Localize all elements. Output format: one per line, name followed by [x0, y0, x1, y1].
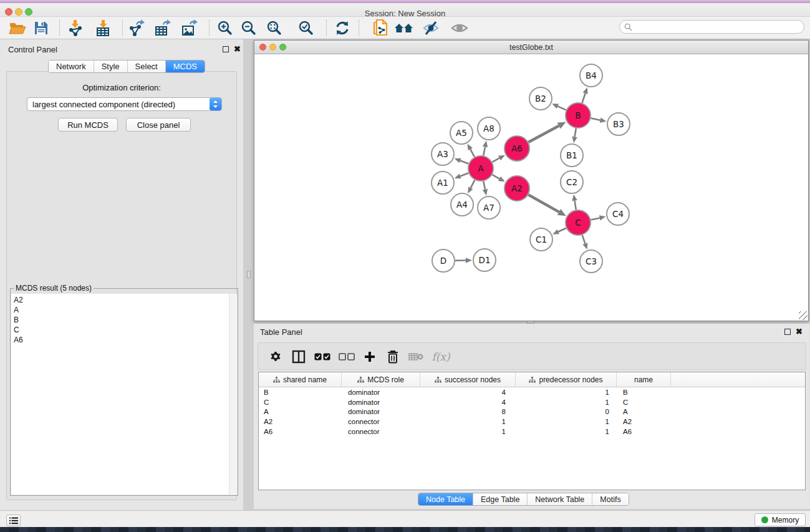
- edge-A-A8[interactable]: [483, 147, 485, 155]
- edge-A-A4[interactable]: [471, 180, 475, 188]
- import-network-icon[interactable]: [65, 19, 85, 37]
- delete-table-icon[interactable]: [407, 347, 425, 366]
- table-row[interactable]: Bdominator41B: [259, 387, 805, 397]
- import-table-icon[interactable]: [94, 19, 113, 37]
- zoom-out-icon[interactable]: [239, 19, 259, 37]
- close-panel-icon[interactable]: ✖: [796, 328, 803, 335]
- settings-gear-icon[interactable]: [266, 347, 285, 366]
- table-cell[interactable]: 8: [420, 408, 516, 415]
- deselect-all-checkboxes-icon[interactable]: [337, 347, 356, 366]
- tab-node-table[interactable]: Node Table: [418, 493, 473, 505]
- zoom-fit-icon[interactable]: [264, 19, 284, 37]
- edge-A2-C[interactable]: [528, 195, 559, 212]
- table-cell[interactable]: 0: [516, 408, 617, 415]
- column-header-predecessor-nodes[interactable]: predecessor nodes: [516, 372, 617, 387]
- column-header-shared-name[interactable]: shared name: [259, 372, 342, 387]
- edge-B-B3[interactable]: [591, 118, 600, 120]
- table-cell[interactable]: connector: [342, 428, 420, 435]
- tab-style[interactable]: Style: [94, 60, 127, 72]
- float-panel-icon[interactable]: [784, 329, 791, 335]
- table-row[interactable]: Cdominator41C: [259, 397, 805, 407]
- tab-edge-table[interactable]: Edge Table: [473, 493, 527, 505]
- network-snapshot-icon[interactable]: [370, 19, 390, 37]
- table-cell[interactable]: 1: [516, 428, 617, 435]
- edge-A-A6[interactable]: [492, 158, 499, 162]
- open-file-icon[interactable]: [7, 19, 27, 37]
- memory-button[interactable]: Memory: [755, 513, 806, 526]
- mcds-result-item[interactable]: B: [11, 315, 228, 325]
- table-row[interactable]: Adominator80A: [259, 407, 805, 417]
- edge-A-A1[interactable]: [460, 173, 468, 176]
- function-builder-icon[interactable]: f(x): [432, 347, 450, 366]
- edge-C-C3[interactable]: [582, 235, 586, 244]
- table-cell[interactable]: B: [617, 389, 671, 396]
- export-image-icon[interactable]: [180, 19, 200, 37]
- edge-B-B2[interactable]: [557, 106, 566, 110]
- column-header-MCDS-role[interactable]: MCDS role: [342, 372, 420, 387]
- table-cell[interactable]: dominator: [342, 389, 420, 396]
- edge-A6-B[interactable]: [528, 126, 559, 142]
- optimization-criterion-dropdown[interactable]: largest connected component (directed): [27, 97, 222, 111]
- export-network-icon[interactable]: [127, 19, 147, 37]
- network-graph-canvas[interactable]: AA1A2A3A4A5A6A7A8BB1B2B3B4CC1C2C3C4DD1: [254, 54, 808, 321]
- select-all-checkboxes-icon[interactable]: [313, 347, 332, 366]
- table-cell[interactable]: A: [617, 408, 671, 415]
- table-cell[interactable]: B: [259, 389, 342, 396]
- window-resize-grip[interactable]: [799, 311, 808, 320]
- zoom-selected-icon[interactable]: [296, 19, 316, 37]
- float-panel-icon[interactable]: [223, 46, 229, 52]
- table-cell[interactable]: A: [259, 408, 342, 415]
- table-cell[interactable]: 4: [420, 399, 516, 406]
- table-cell[interactable]: C: [259, 399, 342, 406]
- table-cell[interactable]: A6: [259, 428, 342, 435]
- table-cell[interactable]: 1: [516, 399, 617, 406]
- table-row[interactable]: A6connector11A6: [259, 427, 805, 437]
- zoom-in-icon[interactable]: [215, 19, 235, 37]
- hide-selected-icon[interactable]: [421, 19, 441, 37]
- edge-A-A5[interactable]: [470, 149, 475, 157]
- mcds-list-scrollbar[interactable]: [229, 294, 237, 495]
- tab-motifs[interactable]: Motifs: [592, 493, 628, 505]
- search-input[interactable]: [632, 21, 804, 32]
- task-history-button[interactable]: [6, 515, 21, 526]
- tab-network[interactable]: Network: [49, 60, 94, 72]
- tab-network-table[interactable]: Network Table: [527, 493, 592, 505]
- table-cell[interactable]: 1: [516, 389, 617, 396]
- mcds-result-list[interactable]: A2ABCA6: [11, 294, 237, 495]
- delete-column-trash-icon[interactable]: [383, 347, 402, 366]
- tab-select[interactable]: Select: [127, 60, 165, 72]
- network-window-titlebar[interactable]: testGlobe.txt: [254, 41, 808, 54]
- close-panel-button[interactable]: Close panel: [126, 118, 191, 132]
- table-cell[interactable]: A2: [259, 418, 342, 425]
- refresh-icon[interactable]: [332, 19, 352, 37]
- show-all-eye-icon[interactable]: [450, 19, 470, 37]
- table-cell[interactable]: dominator: [342, 399, 420, 406]
- close-panel-icon[interactable]: ✖: [234, 46, 241, 52]
- node-table[interactable]: shared nameMCDS rolesuccessor nodesprede…: [258, 372, 806, 490]
- table-cell[interactable]: 4: [420, 389, 516, 396]
- show-column-icon[interactable]: [289, 347, 308, 366]
- table-cell[interactable]: dominator: [342, 408, 420, 415]
- column-header-successor-nodes[interactable]: successor nodes: [420, 372, 516, 387]
- table-cell[interactable]: A2: [617, 418, 671, 425]
- edge-A-A3[interactable]: [460, 161, 468, 164]
- mcds-result-item[interactable]: A: [11, 305, 228, 315]
- export-table-icon[interactable]: [153, 19, 173, 37]
- tab-mcds[interactable]: MCDS: [165, 60, 205, 72]
- table-cell[interactable]: A6: [617, 428, 671, 435]
- vertical-split-handle[interactable]: [247, 271, 251, 278]
- run-mcds-button[interactable]: Run MCDS: [58, 118, 118, 132]
- table-cell[interactable]: 1: [420, 428, 516, 435]
- edge-B-B1[interactable]: [575, 128, 576, 137]
- table-cell[interactable]: 1: [420, 418, 516, 425]
- table-cell[interactable]: connector: [342, 418, 420, 425]
- table-row[interactable]: A2connector11A2: [259, 417, 805, 427]
- edge-A-A2[interactable]: [492, 175, 499, 178]
- save-session-icon[interactable]: [31, 19, 51, 37]
- first-neighbors-icon[interactable]: [394, 19, 414, 37]
- edge-A-A7[interactable]: [483, 181, 485, 190]
- edge-C-C1[interactable]: [558, 228, 566, 232]
- table-cell[interactable]: C: [617, 399, 671, 406]
- edge-B-B4[interactable]: [582, 94, 586, 104]
- mcds-result-item[interactable]: A2: [11, 295, 228, 305]
